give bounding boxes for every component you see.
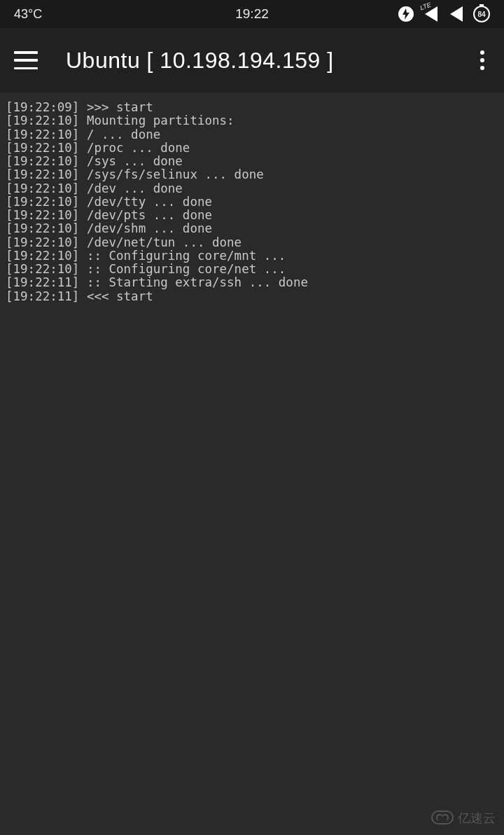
app-bar: Ubuntu [ 10.198.194.159 ]: [0, 28, 504, 92]
log-line: [19:22:10] /dev/net/tun ... done: [6, 236, 498, 249]
terminal-output[interactable]: [19:22:09] >>> start[19:22:10] Mounting …: [0, 92, 504, 835]
status-time: 19:22: [235, 6, 269, 22]
log-line: [19:22:10] /proc ... done: [6, 142, 498, 155]
log-line: [19:22:10] /dev/tty ... done: [6, 195, 498, 209]
nav-back-icon: [448, 6, 465, 22]
log-line: [19:22:10] Mounting partitions:: [6, 114, 498, 127]
log-line: [19:22:10] :: Configuring core/mnt ...: [6, 249, 498, 263]
log-line: [19:22:11] :: Starting extra/ssh ... don…: [6, 276, 498, 289]
watermark-text: 亿速云: [458, 810, 496, 827]
status-left: 43°C: [14, 7, 42, 22]
log-line: [19:22:10] /dev ... done: [6, 182, 498, 195]
status-right: LTE 84: [398, 6, 490, 22]
bolt-icon: [398, 6, 414, 22]
battery-icon: 84: [473, 6, 490, 22]
network-signal-icon: LTE: [423, 6, 440, 22]
log-line: [19:22:10] /dev/pts ... done: [6, 209, 498, 222]
app-title: Ubuntu [ 10.198.194.159 ]: [66, 48, 475, 74]
menu-icon[interactable]: [14, 51, 38, 69]
log-line: [19:22:10] / ... done: [6, 128, 498, 142]
watermark: 亿速云: [431, 810, 496, 827]
log-line: [19:22:09] >>> start: [6, 101, 498, 114]
log-line: [19:22:11] <<< start: [6, 290, 498, 303]
log-line: [19:22:10] :: Configuring core/net ...: [6, 263, 498, 276]
cloud-icon: [431, 810, 454, 826]
log-line: [19:22:10] /dev/shm ... done: [6, 222, 498, 235]
log-line: [19:22:10] /sys ... done: [6, 155, 498, 168]
temperature-indicator: 43°C: [14, 7, 42, 22]
log-line: [19:22:10] /sys/fs/selinux ... done: [6, 168, 498, 181]
more-options-icon[interactable]: [475, 50, 490, 70]
status-bar: 43°C 19:22 LTE 84: [0, 0, 504, 28]
